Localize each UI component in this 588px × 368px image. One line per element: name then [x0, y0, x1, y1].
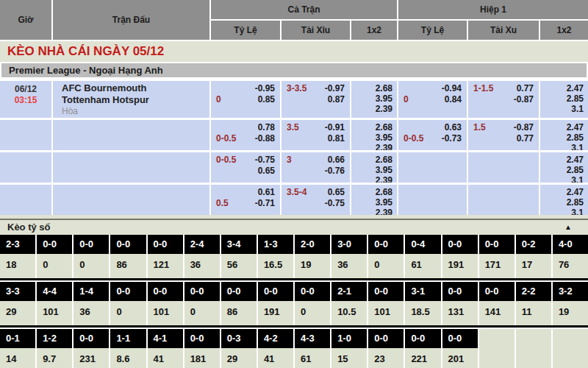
- odds-value: 2.47: [540, 187, 588, 197]
- collapse-icon[interactable]: ▲: [564, 223, 572, 231]
- value-cell: 191: [442, 254, 478, 278]
- h1-1x2-cell[interactable]: 2.472.853.1: [540, 120, 588, 150]
- value-cell: 29: [0, 301, 35, 325]
- handicap-label: 0: [404, 94, 409, 105]
- score-cell: 3-0: [331, 235, 367, 254]
- ft-overunder-cell[interactable]: 3.5-0.910.81: [282, 120, 350, 150]
- h1-overunder-cell[interactable]: 1.5-0.870.77: [468, 120, 539, 150]
- ft-overunder-cell[interactable]: 30.66-0.76: [282, 152, 350, 183]
- ft-1x2-cell[interactable]: 2.683.952.39: [351, 152, 397, 183]
- ft-handicap-cell[interactable]: 0.780-0.5-0.88: [211, 120, 280, 150]
- score-cell: 0-0: [442, 329, 478, 348]
- score-cell: [516, 329, 551, 348]
- value-cell: 15: [331, 348, 367, 368]
- score-cell: 3-3: [0, 282, 35, 301]
- odds-value: 2.85: [540, 165, 588, 175]
- score-cell: 0-0: [368, 282, 404, 301]
- score-cell: 1-2: [37, 329, 72, 348]
- value-cell: 9.7: [37, 348, 72, 368]
- odds-value: -0.71: [255, 198, 275, 209]
- ft-1x2-cell[interactable]: 2.683.952.39: [351, 120, 397, 150]
- odds-row: 0.610.5-0.713.5-40.65-0.752.683.952.392.…: [0, 185, 588, 215]
- h1-1x2-cell[interactable]: 2.472.853.1: [540, 185, 588, 215]
- score-cell: 0-4: [405, 235, 440, 254]
- score-cell: 0-0: [405, 329, 440, 348]
- h1-overunder-cell[interactable]: [468, 185, 539, 215]
- h1-1x2-cell[interactable]: 2.472.853.1: [540, 152, 588, 183]
- score-table-row: 0-11-20-01-14-10-00-34-24-31-00-00-00-0: [0, 329, 588, 348]
- score-section-header: Kèo tỷ số ▲: [0, 219, 588, 233]
- ft-handicap-cell[interactable]: 0.610.5-0.71: [211, 185, 280, 215]
- value-cell: 29: [221, 348, 257, 368]
- handicap-label: 3-3.5: [287, 83, 306, 94]
- odds-value: 2.47: [540, 122, 588, 132]
- score-cell: 2-2: [516, 282, 551, 301]
- draw-label: Hòa: [62, 106, 209, 117]
- odds-value: 2.85: [540, 197, 588, 208]
- value-cell: 221: [405, 348, 440, 368]
- score-odds-table: 2-30-00-00-00-02-43-41-32-03-00-00-40-00…: [0, 235, 588, 368]
- h1-handicap-cell[interactable]: 0.630-0.5-0.73: [398, 120, 467, 150]
- home-team: AFC Bournemouth: [62, 82, 209, 94]
- match-cell: [53, 152, 209, 183]
- h1-handicap-cell[interactable]: [398, 152, 467, 183]
- h1-overunder-cell[interactable]: 1-1.50.77-0.87: [468, 81, 539, 118]
- score-cell: 0-0: [184, 282, 220, 301]
- score-cell: 2-0: [295, 235, 330, 254]
- value-cell: 86: [221, 301, 257, 325]
- ft-overunder-cell[interactable]: 3-3.5-0.970.87: [282, 81, 350, 118]
- score-cell: 4-2: [258, 329, 293, 348]
- handicap-label: 3: [287, 155, 292, 166]
- time-cell: [0, 185, 51, 215]
- score-cell: 0-0: [368, 235, 404, 254]
- score-cell: 0-0: [479, 235, 514, 254]
- value-cell: 10.5: [331, 301, 367, 325]
- odds-value: 3.1: [540, 104, 588, 114]
- odds-value: 2.85: [540, 93, 588, 104]
- odds-value: 3.95: [351, 132, 397, 143]
- odds-value: 3.95: [351, 197, 397, 208]
- time-cell: [0, 120, 51, 150]
- value-cell: 171: [479, 254, 514, 278]
- value-cell: 19: [295, 254, 330, 278]
- ft-overunder-cell[interactable]: 3.5-40.65-0.75: [282, 185, 350, 215]
- score-cell: 3-4: [221, 235, 257, 254]
- h1-1x2-cell[interactable]: 2.472.853.1: [540, 81, 588, 118]
- score-cell: 0-0: [148, 235, 183, 254]
- score-cell: 0-0: [110, 235, 146, 254]
- score-table-row: 149.72318.6411812941611523221201: [0, 348, 588, 368]
- value-cell: 181: [184, 348, 220, 368]
- score-table-row: 3-34-41-40-00-00-00-00-00-02-10-03-10-00…: [0, 282, 588, 301]
- header-first-half: Hiệp 1: [398, 0, 588, 19]
- handicap-label: 0.5: [216, 198, 229, 209]
- score-cell: 3-1: [405, 282, 440, 301]
- ft-handicap-cell[interactable]: -0.9500.85: [211, 81, 280, 118]
- value-cell: 56: [221, 254, 257, 278]
- score-cell: [553, 329, 588, 348]
- score-cell: 2-4: [184, 235, 220, 254]
- h1-handicap-cell[interactable]: -0.9400.84: [398, 81, 467, 118]
- handicap-label: 1.5: [473, 122, 486, 133]
- time-cell: [0, 152, 51, 183]
- score-cell: 2-1: [331, 282, 367, 301]
- page-title: KÈO NHÀ CÁI NGÀY 05/12: [0, 41, 588, 62]
- value-cell: 0: [184, 301, 220, 325]
- header-match-col: Trận Đấu: [53, 0, 209, 40]
- ft-1x2-cell[interactable]: 2.683.952.39: [351, 185, 397, 215]
- value-cell: 86: [110, 254, 146, 278]
- odds-value: 0.81: [328, 133, 345, 144]
- h1-overunder-cell[interactable]: [468, 152, 539, 183]
- odds-value: 2.39: [351, 175, 397, 183]
- value-cell: 0: [37, 254, 72, 278]
- ft-1x2-cell[interactable]: 2.683.952.39: [351, 81, 397, 118]
- odds-row: 0-0.5-0.750.6530.66-0.762.683.952.392.47…: [0, 152, 588, 183]
- header-full-match: Cả Trận: [211, 0, 397, 19]
- ft-handicap-cell[interactable]: 0-0.5-0.750.65: [211, 152, 280, 183]
- odds-value: 2.68: [351, 155, 397, 165]
- odds-value: 0.77: [517, 83, 534, 94]
- value-cell: 76: [553, 254, 588, 278]
- h1-handicap-cell[interactable]: [398, 185, 467, 215]
- value-cell: 16.5: [258, 254, 293, 278]
- league-header: Premier League - Ngoại Hạng Anh: [0, 62, 588, 79]
- odds-value: 2.85: [540, 132, 588, 143]
